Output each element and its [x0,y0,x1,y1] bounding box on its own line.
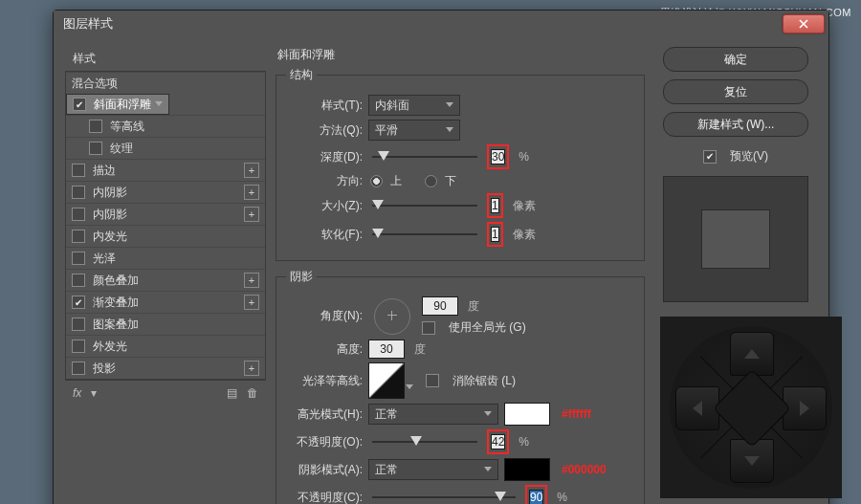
percent-unit: % [519,435,529,449]
close-icon [799,17,808,32]
direction-up-label: 上 [390,173,402,189]
add-effect-button[interactable]: + [244,295,259,310]
angle-label: 角度(N): [286,308,363,324]
depth-input[interactable]: 30 [491,149,505,164]
soften-highlight: 1 [487,222,503,247]
add-effect-button[interactable]: + [244,163,259,178]
fx-menu-icon[interactable]: ▾ [91,386,97,400]
shading-group: 阴影 角度(N): 90 度 使用全局光 (G) [276,269,645,504]
direction-up-radio[interactable] [370,175,383,187]
style-row[interactable]: 外发光 [66,335,265,357]
shadow-opacity-input[interactable]: 90 [529,490,543,504]
style-row[interactable]: 光泽 [66,247,265,269]
highlight-color-swatch[interactable] [504,403,550,426]
direction-down-radio[interactable] [425,175,437,187]
highlight-mode-label: 高光模式(H): [286,406,363,423]
highlight-opacity-slider[interactable] [372,435,477,449]
angle-input[interactable]: 90 [422,296,458,316]
section-title: 斜面和浮雕 [277,47,645,63]
style-label: 内发光 [93,229,127,245]
shadow-color-swatch[interactable] [504,458,550,481]
dpad-overlay [660,317,842,498]
global-light-checkbox[interactable] [422,321,435,335]
style-label: 外发光 [93,339,127,355]
blending-options-row[interactable]: 混合选项 [66,72,265,94]
style-checkbox[interactable] [89,120,102,133]
style-checkbox[interactable] [72,164,85,177]
style-checkbox[interactable] [72,274,85,287]
size-input[interactable]: 1 [491,198,499,213]
antialias-label: 消除锯齿 (L) [453,373,516,389]
highlight-opacity-highlight: 42 [487,429,509,454]
antialias-checkbox[interactable] [426,374,439,387]
size-unit: 像素 [513,198,536,214]
style-row[interactable]: 渐变叠加+ [66,291,265,313]
gloss-contour-picker[interactable] [368,362,405,399]
styles-header: 样式 [65,47,266,71]
shadow-mode-select[interactable]: 正常 [368,459,498,480]
style-row[interactable]: 纹理 [66,137,265,159]
style-label: 颜色叠加 [93,273,139,289]
style-checkbox[interactable] [72,230,85,243]
style-row[interactable]: 描边+ [66,159,265,181]
style-row[interactable]: 内阴影+ [66,203,265,225]
soften-slider[interactable] [372,228,477,241]
highlight-mode-select[interactable]: 正常 [368,404,498,425]
depth-slider[interactable] [372,150,477,164]
style-checkbox[interactable] [72,340,85,353]
gloss-contour-label: 光泽等高线: [286,373,363,389]
style-label: 斜面和浮雕 [94,97,151,113]
style-row[interactable]: 颜色叠加+ [66,269,265,291]
style-checkbox[interactable] [72,362,85,375]
style-row[interactable]: 斜面和浮雕 [66,94,169,115]
soften-unit: 像素 [513,227,536,243]
style-checkbox[interactable] [72,252,85,265]
style-checkbox[interactable] [89,142,102,155]
cancel-button[interactable]: 复位 [663,79,808,104]
style-row[interactable]: 内发光 [66,225,265,247]
add-effect-button[interactable]: + [244,207,259,222]
close-button[interactable] [783,14,825,33]
add-effect-button[interactable]: + [244,361,259,376]
soften-input[interactable]: 1 [491,227,499,242]
blending-options-label: 混合选项 [72,76,118,92]
settings-panel: 斜面和浮雕 结构 样式(T): 内斜面 方法(Q): 平滑 深度(D): 30 … [266,47,654,504]
shadow-opacity-label: 不透明度(C): [286,490,363,505]
ok-button[interactable]: 确定 [663,47,808,72]
style-row[interactable]: 投影+ [66,357,265,379]
style-checkbox[interactable] [72,318,85,331]
preview-checkbox[interactable] [703,150,717,164]
new-style-button[interactable]: 新建样式 (W)... [663,112,808,137]
structure-group: 结构 样式(T): 内斜面 方法(Q): 平滑 深度(D): 30 % 方向: [276,67,645,261]
depth-unit: % [519,150,529,164]
style-row[interactable]: 图案叠加 [66,313,265,335]
shadow-opacity-slider[interactable] [372,491,516,504]
add-effect-button[interactable]: + [244,273,259,288]
style-checkbox[interactable] [72,186,85,199]
direction-down-label: 下 [445,173,456,189]
altitude-label: 高度: [286,341,363,358]
trash-icon[interactable]: 🗑 [247,386,258,400]
style-row[interactable]: 等高线 [66,115,265,137]
style-checkbox[interactable] [72,208,85,221]
style-label: 光泽 [93,251,116,267]
altitude-input[interactable]: 30 [368,340,405,359]
layers-icon[interactable]: ▤ [227,386,237,400]
style-row[interactable]: 内阴影+ [66,181,265,203]
style-checkbox[interactable] [73,98,86,111]
style-label: 描边 [93,163,116,179]
highlight-opacity-input[interactable]: 42 [491,434,505,449]
style-checkbox[interactable] [72,296,85,309]
method-select[interactable]: 平滑 [368,120,460,141]
style-select[interactable]: 内斜面 [368,95,460,116]
shadow-mode-label: 阴影模式(A): [286,462,363,478]
size-slider[interactable] [372,199,477,212]
styles-panel: 样式 混合选项 斜面和浮雕等高线纹理描边+内阴影+内阴影+内发光光泽颜色叠加+渐… [65,47,266,504]
add-effect-button[interactable]: + [244,185,259,200]
angle-dial[interactable] [374,298,410,335]
depth-highlight: 30 [487,144,509,169]
style-label: 内阴影 [93,185,127,201]
fx-icon[interactable]: fx [73,386,81,400]
dpad-up-button [730,332,774,376]
arrow-down-icon [744,456,760,466]
